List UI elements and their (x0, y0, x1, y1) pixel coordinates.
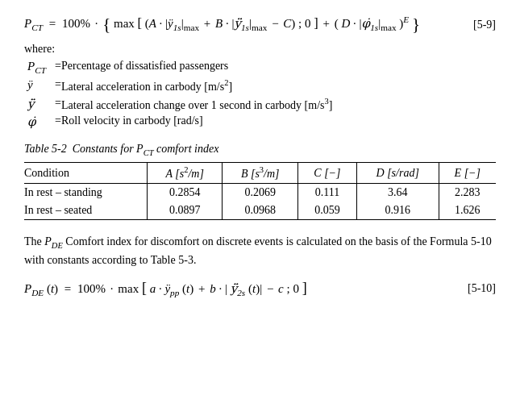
where-label: where: (24, 43, 496, 56)
def-phidot: Roll velocity in carbody [rad/s] (61, 114, 496, 130)
eq-pct: = (52, 59, 61, 76)
col-c: C [−] (298, 163, 357, 184)
formula-5-9-expression: PCT = 100% · { max [ (A · |ÿ1s|max + B ·… (24, 15, 465, 35)
eq-yddot: = (52, 96, 61, 113)
col-b: B [s3/m] (223, 163, 298, 184)
table-header-row: Condition A [s2/m] B [s3/m] C [−] D [s/r… (24, 163, 496, 184)
def-yddot: Lateral acceleration change over 1 secon… (61, 96, 496, 113)
row2-d: 0.916 (356, 202, 439, 220)
table-row: In rest – seated 0.0897 0.0968 0.059 0.9… (24, 202, 496, 220)
row1-e: 2.283 (439, 183, 496, 202)
formula-5-10-block: PDE (t) = 100% · max [ a · ÿpp (t) + b ·… (24, 280, 496, 297)
eq-phidot: = (52, 114, 61, 130)
row1-a: 0.2854 (148, 183, 223, 202)
row1-b: 0.2069 (223, 183, 298, 202)
paragraph-pde: The PDE Comfort index for discomfort on … (24, 233, 496, 269)
def-pct: Percentage of dissatisfied passengers (61, 59, 496, 76)
row1-condition: In rest – standing (24, 183, 148, 202)
row1-d: 3.64 (356, 183, 439, 202)
row2-condition: In rest – seated (24, 202, 148, 220)
formula-5-10-expression: PDE (t) = 100% · max [ a · ÿpp (t) + b ·… (24, 280, 460, 297)
row2-a: 0.0897 (148, 202, 223, 220)
row2-e: 1.626 (439, 202, 496, 220)
eq-ydot: = (52, 77, 61, 94)
row2-b: 0.0968 (223, 202, 298, 220)
formula-5-9-block: PCT = 100% · { max [ (A · |ÿ1s|max + B ·… (24, 15, 496, 35)
symbol-definitions: PCT = Percentage of dissatisfied passeng… (27, 59, 496, 130)
row2-c: 0.059 (298, 202, 357, 220)
table-5-2-section: Table 5-2 Constants for PCT comfort inde… (24, 143, 496, 219)
table-row: In rest – standing 0.2854 0.2069 0.111 3… (24, 183, 496, 202)
row1-c: 0.111 (298, 183, 357, 202)
pct-lhs: P (24, 17, 31, 30)
sym-ydot: ÿ (27, 77, 52, 94)
where-section: where: PCT = Percentage of dissatisfied … (24, 43, 496, 130)
col-a: A [s2/m] (148, 163, 223, 184)
sym-yddot: ÿ̈ (27, 96, 52, 113)
col-d: D [s/rad] (356, 163, 439, 184)
table-5-2: Condition A [s2/m] B [s3/m] C [−] D [s/r… (24, 162, 496, 220)
formula-5-10-number: [5-10] (468, 282, 496, 295)
def-ydot: Lateral acceleration in carbody [m/s2] (61, 77, 496, 94)
sym-pct: PCT (27, 59, 52, 76)
sym-phidot: φ̇ (27, 114, 52, 130)
col-e: E [−] (439, 163, 496, 184)
formula-5-9-number: [5-9] (473, 19, 496, 31)
col-condition: Condition (24, 163, 148, 184)
table-5-2-caption: Table 5-2 Constants for PCT comfort inde… (24, 143, 496, 157)
